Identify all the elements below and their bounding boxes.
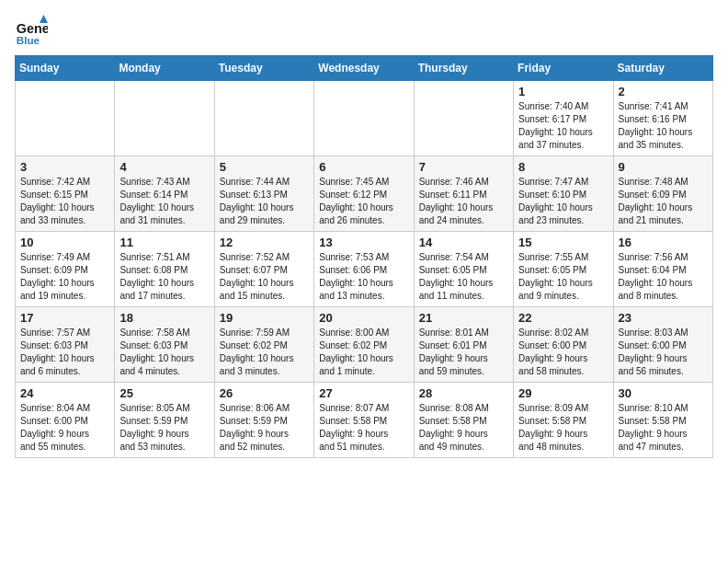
day-number: 18: [119, 311, 209, 325]
day-info: Sunrise: 7:49 AM Sunset: 6:09 PM Dayligh…: [20, 251, 109, 303]
day-cell: 8Sunrise: 7:47 AM Sunset: 6:10 PM Daylig…: [514, 156, 613, 232]
day-info: Sunrise: 7:40 AM Sunset: 6:17 PM Dayligh…: [518, 100, 608, 152]
day-number: 16: [619, 236, 708, 249]
day-info: Sunrise: 8:00 AM Sunset: 6:02 PM Dayligh…: [319, 327, 408, 378]
weekday-header-saturday: Saturday: [613, 56, 712, 81]
logo-icon: General Blue: [15, 15, 48, 48]
day-cell: 11Sunrise: 7:51 AM Sunset: 6:08 PM Dayli…: [115, 232, 214, 307]
day-cell: 23Sunrise: 8:03 AM Sunset: 6:00 PM Dayli…: [613, 307, 712, 383]
day-number: 27: [319, 386, 408, 400]
day-number: 4: [119, 160, 209, 174]
day-info: Sunrise: 7:53 AM Sunset: 6:06 PM Dayligh…: [319, 251, 408, 303]
day-number: 10: [20, 236, 109, 249]
day-number: 9: [619, 160, 708, 174]
day-cell: 19Sunrise: 7:59 AM Sunset: 6:02 PM Dayli…: [214, 307, 313, 383]
day-number: 6: [319, 160, 408, 174]
day-info: Sunrise: 8:02 AM Sunset: 6:00 PM Dayligh…: [518, 327, 608, 378]
day-number: 2: [619, 85, 708, 98]
day-number: 24: [20, 386, 109, 400]
day-cell: 21Sunrise: 8:01 AM Sunset: 6:01 PM Dayli…: [414, 307, 513, 383]
day-number: 11: [119, 236, 209, 249]
day-info: Sunrise: 7:57 AM Sunset: 6:03 PM Dayligh…: [20, 327, 109, 378]
day-cell: [414, 81, 513, 156]
day-cell: 10Sunrise: 7:49 AM Sunset: 6:09 PM Dayli…: [16, 232, 115, 307]
day-cell: 4Sunrise: 7:43 AM Sunset: 6:14 PM Daylig…: [115, 156, 214, 232]
day-number: 14: [419, 236, 508, 249]
day-info: Sunrise: 7:44 AM Sunset: 6:13 PM Dayligh…: [220, 176, 309, 227]
day-cell: 3Sunrise: 7:42 AM Sunset: 6:15 PM Daylig…: [16, 156, 115, 232]
week-row-1: 1Sunrise: 7:40 AM Sunset: 6:17 PM Daylig…: [16, 81, 713, 156]
day-number: 25: [119, 386, 209, 400]
day-cell: [16, 81, 115, 156]
day-number: 12: [220, 236, 309, 249]
day-number: 23: [619, 311, 708, 325]
week-row-2: 3Sunrise: 7:42 AM Sunset: 6:15 PM Daylig…: [16, 156, 713, 232]
day-info: Sunrise: 8:05 AM Sunset: 5:59 PM Dayligh…: [119, 402, 209, 454]
day-info: Sunrise: 7:43 AM Sunset: 6:14 PM Dayligh…: [119, 176, 209, 227]
weekday-header-row: SundayMondayTuesdayWednesdayThursdayFrid…: [16, 56, 713, 81]
day-info: Sunrise: 8:08 AM Sunset: 5:58 PM Dayligh…: [419, 402, 508, 454]
weekday-header-wednesday: Wednesday: [314, 56, 414, 81]
day-info: Sunrise: 7:47 AM Sunset: 6:10 PM Dayligh…: [518, 176, 608, 227]
calendar-header: SundayMondayTuesdayWednesdayThursdayFrid…: [16, 56, 713, 81]
day-cell: 30Sunrise: 8:10 AM Sunset: 5:58 PM Dayli…: [613, 383, 712, 458]
day-info: Sunrise: 8:10 AM Sunset: 5:58 PM Dayligh…: [619, 402, 708, 454]
day-number: 8: [518, 160, 608, 174]
logo: General Blue: [15, 15, 48, 48]
day-info: Sunrise: 7:46 AM Sunset: 6:11 PM Dayligh…: [419, 176, 508, 227]
day-info: Sunrise: 7:45 AM Sunset: 6:12 PM Dayligh…: [319, 176, 408, 227]
week-row-5: 24Sunrise: 8:04 AM Sunset: 6:00 PM Dayli…: [16, 383, 713, 458]
weekday-header-monday: Monday: [115, 56, 214, 81]
day-cell: [115, 81, 214, 156]
svg-text:General: General: [17, 21, 48, 36]
day-cell: [214, 81, 313, 156]
day-cell: 14Sunrise: 7:54 AM Sunset: 6:05 PM Dayli…: [414, 232, 513, 307]
day-info: Sunrise: 7:54 AM Sunset: 6:05 PM Dayligh…: [419, 251, 508, 303]
day-info: Sunrise: 7:56 AM Sunset: 6:04 PM Dayligh…: [619, 251, 708, 303]
day-info: Sunrise: 7:55 AM Sunset: 6:05 PM Dayligh…: [518, 251, 608, 303]
day-info: Sunrise: 8:01 AM Sunset: 6:01 PM Dayligh…: [419, 327, 508, 378]
weekday-header-tuesday: Tuesday: [214, 56, 313, 81]
day-number: 21: [419, 311, 508, 325]
day-cell: 5Sunrise: 7:44 AM Sunset: 6:13 PM Daylig…: [214, 156, 313, 232]
day-number: 19: [220, 311, 309, 325]
day-number: 20: [319, 311, 408, 325]
day-number: 13: [319, 236, 408, 249]
day-info: Sunrise: 8:07 AM Sunset: 5:58 PM Dayligh…: [319, 402, 408, 454]
day-cell: 20Sunrise: 8:00 AM Sunset: 6:02 PM Dayli…: [314, 307, 414, 383]
day-cell: 15Sunrise: 7:55 AM Sunset: 6:05 PM Dayli…: [514, 232, 613, 307]
day-cell: 24Sunrise: 8:04 AM Sunset: 6:00 PM Dayli…: [16, 383, 115, 458]
day-info: Sunrise: 7:52 AM Sunset: 6:07 PM Dayligh…: [220, 251, 309, 303]
day-cell: 16Sunrise: 7:56 AM Sunset: 6:04 PM Dayli…: [613, 232, 712, 307]
day-number: 7: [419, 160, 508, 174]
day-cell: 7Sunrise: 7:46 AM Sunset: 6:11 PM Daylig…: [414, 156, 513, 232]
day-number: 29: [518, 386, 608, 400]
day-number: 1: [518, 85, 608, 98]
day-cell: 26Sunrise: 8:06 AM Sunset: 5:59 PM Dayli…: [214, 383, 313, 458]
day-info: Sunrise: 8:04 AM Sunset: 6:00 PM Dayligh…: [20, 402, 109, 454]
day-number: 15: [518, 236, 608, 249]
header: General Blue: [15, 15, 713, 48]
day-cell: [314, 81, 414, 156]
weekday-header-friday: Friday: [514, 56, 613, 81]
day-info: Sunrise: 8:03 AM Sunset: 6:00 PM Dayligh…: [619, 327, 708, 378]
day-cell: 25Sunrise: 8:05 AM Sunset: 5:59 PM Dayli…: [115, 383, 214, 458]
calendar-table: SundayMondayTuesdayWednesdayThursdayFrid…: [15, 55, 713, 458]
week-row-4: 17Sunrise: 7:57 AM Sunset: 6:03 PM Dayli…: [16, 307, 713, 383]
day-cell: 29Sunrise: 8:09 AM Sunset: 5:58 PM Dayli…: [514, 383, 613, 458]
day-info: Sunrise: 7:41 AM Sunset: 6:16 PM Dayligh…: [619, 100, 708, 152]
day-cell: 28Sunrise: 8:08 AM Sunset: 5:58 PM Dayli…: [414, 383, 513, 458]
day-info: Sunrise: 8:06 AM Sunset: 5:59 PM Dayligh…: [220, 402, 309, 454]
svg-text:Blue: Blue: [17, 34, 40, 46]
weekday-header-thursday: Thursday: [414, 56, 513, 81]
day-number: 5: [220, 160, 309, 174]
day-cell: 13Sunrise: 7:53 AM Sunset: 6:06 PM Dayli…: [314, 232, 414, 307]
day-info: Sunrise: 7:48 AM Sunset: 6:09 PM Dayligh…: [619, 176, 708, 227]
day-info: Sunrise: 7:42 AM Sunset: 6:15 PM Dayligh…: [20, 176, 109, 227]
day-number: 3: [20, 160, 109, 174]
day-number: 26: [220, 386, 309, 400]
day-number: 30: [619, 386, 708, 400]
day-info: Sunrise: 8:09 AM Sunset: 5:58 PM Dayligh…: [518, 402, 608, 454]
day-cell: 12Sunrise: 7:52 AM Sunset: 6:07 PM Dayli…: [214, 232, 313, 307]
day-cell: 2Sunrise: 7:41 AM Sunset: 6:16 PM Daylig…: [613, 81, 712, 156]
